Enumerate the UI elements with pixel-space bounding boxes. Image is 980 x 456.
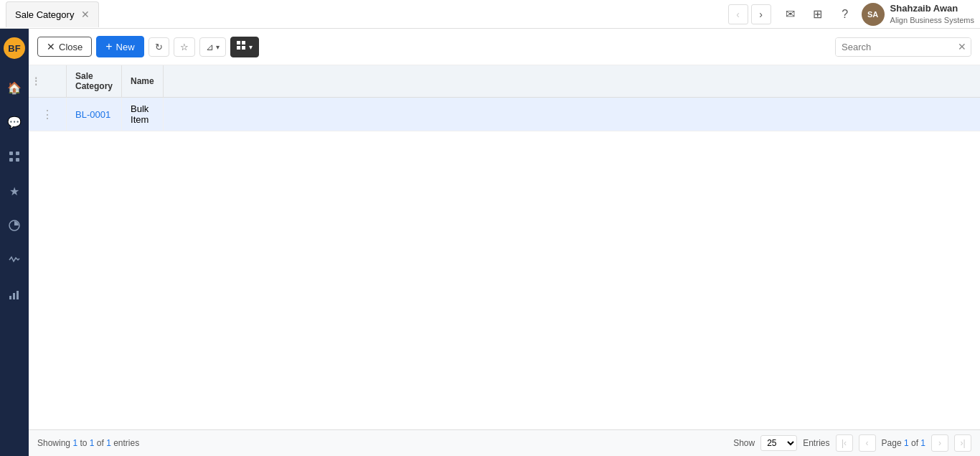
data-table: ⋮ Sale Category Name ⋮ BL-0001 Bulk It — [29, 65, 980, 131]
showing-text: Showing 1 to 1 of 1 entries — [37, 438, 139, 448]
sidebar-item-reports[interactable] — [3, 214, 26, 237]
new-button[interactable]: + New — [96, 36, 143, 57]
nav-prev-button[interactable]: ‹ — [728, 4, 748, 24]
per-page-select[interactable]: 102550100 — [760, 435, 797, 451]
refresh-icon: ↻ — [155, 42, 163, 52]
svg-rect-7 — [17, 291, 19, 299]
search-clear-button[interactable]: ✕ — [953, 38, 971, 55]
footer: Showing 1 to 1 of 1 entries Show 1025501… — [29, 429, 980, 456]
svg-rect-10 — [237, 46, 240, 50]
user-name: Shahzaib Awan — [890, 3, 974, 15]
help-icon[interactable]: ? — [834, 4, 856, 25]
star-icon: ☆ — [180, 42, 189, 52]
page-label: Page — [882, 438, 902, 448]
col-name-label: Name — [131, 76, 154, 86]
svg-rect-8 — [237, 41, 240, 45]
showing-of-text: of — [97, 438, 104, 448]
sidebar-item-favorites[interactable]: ★ — [3, 180, 26, 203]
tab-sale-category[interactable]: Sale Category ✕ — [6, 1, 99, 27]
top-bar-right: ✉ ⊞ ? SA Shahzaib Awan Align Business Sy… — [780, 3, 974, 26]
user-company: Align Business Systems — [890, 15, 974, 25]
entries-text: Entries — [803, 438, 829, 448]
user-info: Shahzaib Awan Align Business Systems — [890, 3, 974, 25]
drag-handle-icon: ⋮ — [32, 76, 40, 86]
new-plus-icon: + — [105, 40, 112, 53]
view-chevron: ▾ — [249, 43, 253, 51]
favorite-button[interactable]: ☆ — [174, 37, 195, 57]
col-name[interactable]: Name — [122, 65, 164, 98]
cell-empty — [163, 98, 980, 131]
next-page-button[interactable]: › — [931, 434, 948, 452]
refresh-button[interactable]: ↻ — [149, 37, 169, 57]
svg-rect-11 — [242, 46, 245, 50]
avatar[interactable]: SA — [862, 3, 885, 26]
toolbar: ✕ Close + New ↻ ☆ ⊿ ▾ — [29, 29, 980, 65]
sidebar-item-activity[interactable] — [3, 248, 26, 271]
page-info: Page 1 of 1 — [882, 438, 925, 448]
prev-page-button[interactable]: ‹ — [859, 434, 876, 452]
sidebar-item-home[interactable]: 🏠 — [3, 76, 26, 99]
drag-handle-icon: ⋮ — [37, 108, 57, 121]
view-toggle-button[interactable]: ▾ — [230, 37, 259, 57]
page-total: 1 — [920, 438, 925, 448]
grid-view-icon — [237, 41, 247, 53]
svg-rect-2 — [9, 158, 13, 162]
showing-to: 1 — [90, 438, 95, 448]
drag-cell: ⋮ — [29, 98, 67, 131]
cell-name: Bulk Item — [122, 98, 164, 131]
showing-to-text: to — [80, 438, 87, 448]
sidebar: BF 🏠 💬 ★ — [0, 29, 29, 456]
sidebar-item-chat[interactable]: 💬 — [3, 111, 26, 134]
filter-chevron: ▾ — [216, 43, 220, 51]
svg-rect-5 — [9, 296, 11, 299]
close-button[interactable]: ✕ Close — [37, 37, 92, 57]
avatar-initials: SA — [867, 10, 878, 19]
sale-category-link[interactable]: BL-0001 — [75, 109, 110, 120]
svg-rect-9 — [242, 41, 245, 45]
table-row[interactable]: ⋮ BL-0001 Bulk Item — [29, 98, 980, 131]
tab-label: Sale Category — [15, 9, 74, 20]
grid-icon[interactable]: ⊞ — [807, 4, 829, 25]
svg-rect-0 — [9, 152, 13, 155]
sidebar-item-analytics[interactable] — [3, 283, 26, 306]
last-page-button[interactable]: ›| — [954, 434, 971, 452]
search-box: ✕ — [835, 37, 971, 57]
col-sale-category-label: Sale Category — [75, 71, 113, 91]
close-label: Close — [59, 42, 83, 52]
col-empty — [163, 65, 980, 98]
show-label: Show — [733, 438, 755, 448]
page-of: of — [911, 438, 918, 448]
svg-rect-1 — [16, 152, 19, 155]
svg-rect-6 — [13, 293, 15, 299]
top-bar: Sale Category ✕ ‹ › ✉ ⊞ ? SA Shahzaib Aw… — [0, 0, 980, 29]
new-label: New — [116, 42, 135, 52]
content-area: ✕ Close + New ↻ ☆ ⊿ ▾ — [29, 29, 980, 456]
close-x-icon: ✕ — [47, 41, 55, 52]
col-sale-category[interactable]: Sale Category — [67, 65, 122, 98]
showing-total: 1 — [106, 438, 111, 448]
drag-header: ⋮ — [29, 65, 67, 98]
first-page-button[interactable]: |‹ — [836, 434, 853, 452]
nav-next-button[interactable]: › — [751, 4, 771, 24]
table-container: ⋮ Sale Category Name ⋮ BL-0001 Bulk It — [29, 65, 980, 429]
showing-prefix: Showing — [37, 438, 70, 448]
logo-text: BF — [8, 43, 20, 54]
showing-from: 1 — [72, 438, 77, 448]
table-header-row: ⋮ Sale Category Name — [29, 65, 980, 98]
sidebar-item-apps[interactable] — [3, 145, 26, 168]
sidebar-logo[interactable]: BF — [4, 37, 25, 59]
filter-button[interactable]: ⊿ ▾ — [199, 37, 226, 57]
page-current: 1 — [904, 438, 909, 448]
filter-icon: ⊿ — [206, 42, 214, 52]
tab-close-icon[interactable]: ✕ — [81, 9, 90, 20]
showing-entries: entries — [113, 438, 139, 448]
mail-icon[interactable]: ✉ — [780, 4, 801, 25]
main-layout: BF 🏠 💬 ★ — [0, 29, 980, 456]
search-input[interactable] — [836, 38, 953, 56]
svg-rect-3 — [16, 158, 19, 162]
cell-sale-category[interactable]: BL-0001 — [67, 98, 122, 131]
